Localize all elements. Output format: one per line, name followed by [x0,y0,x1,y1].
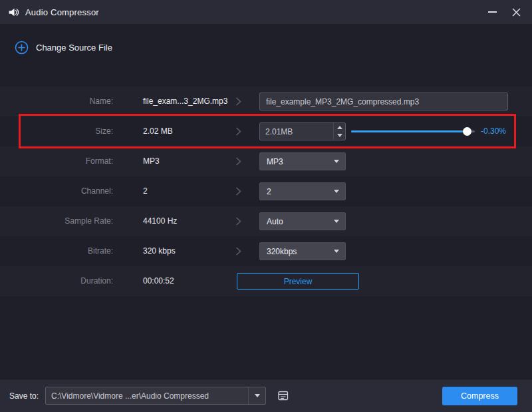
caret-down-icon [255,394,260,397]
open-folder-button[interactable] [273,387,293,405]
channel-dropdown-value: 2 [267,187,271,196]
size-reduction-percent: -0.30% [481,116,506,146]
size-increase-button[interactable] [334,123,345,132]
chevron-right-icon [235,187,241,196]
format-dropdown[interactable]: MP3 [259,152,346,170]
size-source-value: 2.02 MB [143,116,173,146]
parameter-rows: Name: file_exam...3_2MG.mp3 Size: 2.02 M… [0,87,532,296]
format-row: Format: MP3 MP3 [0,146,532,176]
speaker-icon [8,7,19,18]
bitrate-label: Bitrate: [0,236,113,266]
output-name-input[interactable] [259,93,508,110]
spinner-buttons [333,123,345,140]
chevron-right-icon [235,247,241,256]
close-button[interactable] [504,0,528,24]
audio-compressor-window: Audio Compressor Change Source File Nam [0,0,532,412]
sample-rate-source-value: 44100 Hz [143,206,177,236]
size-label: Size: [0,116,113,146]
size-row: Size: 2.02 MB [0,116,532,146]
preview-button[interactable]: Preview [237,273,359,290]
window-title: Audio Compressor [25,7,99,17]
minimize-button[interactable] [480,0,504,24]
name-label: Name: [0,87,113,116]
channel-label: Channel: [0,176,113,206]
name-source-value: file_exam...3_2MG.mp3 [143,87,227,116]
sample-rate-dropdown[interactable]: Auto [259,212,346,230]
bitrate-row: Bitrate: 320 kbps 320kbps [0,236,532,266]
change-source-file-button[interactable]: Change Source File [15,41,112,55]
duration-value: 00:00:52 [143,266,174,296]
format-label: Format: [0,146,113,176]
format-source-value: MP3 [143,146,160,176]
format-dropdown-value: MP3 [267,157,283,166]
sample-rate-label: Sample Rate: [0,206,113,236]
footer-bar: Save to: Compress [0,379,532,412]
sample-rate-dropdown-value: Auto [267,217,283,226]
open-folder-icon [277,390,290,401]
save-path-input[interactable] [46,387,248,404]
sample-rate-row: Sample Rate: 44100 Hz Auto [0,206,532,236]
bitrate-source-value: 320 kbps [143,236,176,266]
duration-row: Duration: 00:00:52 Preview [0,266,532,296]
channel-dropdown[interactable]: 2 [259,182,346,200]
duration-label: Duration: [0,266,113,296]
size-decrease-button[interactable] [334,132,345,140]
compress-button[interactable]: Compress [442,387,517,405]
target-size-input[interactable] [260,123,333,140]
chevron-right-icon [235,157,241,166]
size-slider-fill [351,130,467,132]
channel-source-value: 2 [143,176,148,206]
target-size-spinner [259,122,346,140]
caret-up-icon [337,126,342,129]
window-controls [480,0,532,24]
save-to-label: Save to: [9,391,39,401]
size-slider[interactable] [351,116,475,146]
bitrate-dropdown-value: 320kbps [267,247,297,256]
bitrate-dropdown[interactable]: 320kbps [259,242,346,260]
size-slider-handle[interactable] [463,127,471,136]
minimize-icon [488,11,497,13]
caret-down-icon [334,160,339,163]
caret-down-icon [334,220,339,223]
titlebar: Audio Compressor [0,0,532,24]
close-icon [512,8,521,17]
change-source-file-label: Change Source File [36,43,112,53]
chevron-right-icon [235,97,241,106]
caret-down-icon [337,134,342,137]
source-row: Change Source File [0,24,532,71]
plus-circle-icon [15,41,29,55]
chevron-right-icon [235,127,241,136]
save-path-combo [45,387,266,405]
caret-down-icon [334,190,339,193]
caret-down-icon [334,250,339,253]
channel-row: Channel: 2 2 [0,176,532,206]
save-path-dropdown-button[interactable] [248,387,265,404]
name-row: Name: file_exam...3_2MG.mp3 [0,87,532,116]
chevron-right-icon [235,217,241,226]
